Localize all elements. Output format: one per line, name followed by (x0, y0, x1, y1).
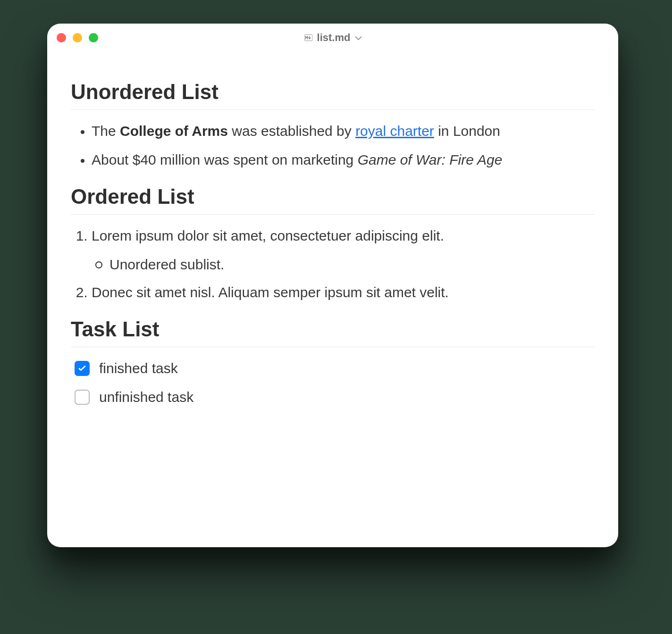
italic-text: Game of War: Fire Age (358, 152, 503, 167)
list-item: Lorem ipsum dolor sit amet, consectetuer… (92, 225, 595, 275)
window-title-text: list.md (317, 32, 351, 44)
heading-task: Task List (71, 317, 595, 347)
task-checkbox-checked[interactable] (75, 361, 90, 376)
chevron-down-icon[interactable] (355, 33, 361, 43)
markdown-file-icon (304, 33, 313, 42)
task-label: unfinished task (99, 386, 193, 409)
text: was established by (228, 123, 355, 139)
unordered-list: The College of Arms was established by r… (71, 120, 595, 171)
list-item: About $40 million was spent on marketing… (92, 149, 595, 171)
list-item: The College of Arms was established by r… (92, 120, 595, 142)
minimize-window-button[interactable] (73, 33, 82, 42)
task-list: finished task unfinished task (71, 358, 595, 408)
text: Donec sit amet nisl. Aliquam semper ipsu… (92, 284, 449, 300)
text: The (92, 123, 120, 139)
zoom-window-button[interactable] (89, 33, 98, 42)
royal-charter-link[interactable]: royal charter (355, 123, 434, 139)
window-controls (57, 33, 98, 42)
window-title[interactable]: list.md (304, 32, 362, 44)
task-item: unfinished task (75, 386, 595, 409)
sublist: Unordered sublist. (92, 254, 595, 275)
text: in London (434, 123, 500, 139)
task-checkbox-unchecked[interactable] (75, 390, 90, 405)
heading-unordered: Unordered List (71, 80, 595, 110)
list-item: Unordered sublist. (109, 254, 595, 275)
titlebar: list.md (47, 24, 618, 52)
task-label: finished task (99, 358, 178, 380)
text: Unordered sublist. (109, 257, 224, 272)
list-item: Donec sit amet nisl. Aliquam semper ipsu… (92, 282, 595, 304)
bold-text: College of Arms (120, 123, 228, 139)
close-window-button[interactable] (57, 33, 66, 42)
ordered-list: Lorem ipsum dolor sit amet, consectetuer… (71, 225, 595, 303)
heading-ordered: Ordered List (71, 185, 595, 215)
text: Lorem ipsum dolor sit amet, consectetuer… (92, 228, 444, 243)
document-body: Unordered List The College of Arms was e… (47, 52, 618, 437)
task-item: finished task (75, 358, 595, 380)
text: About $40 million was spent on marketing (92, 152, 358, 167)
app-window: list.md Unordered List The College of Ar… (47, 24, 618, 547)
